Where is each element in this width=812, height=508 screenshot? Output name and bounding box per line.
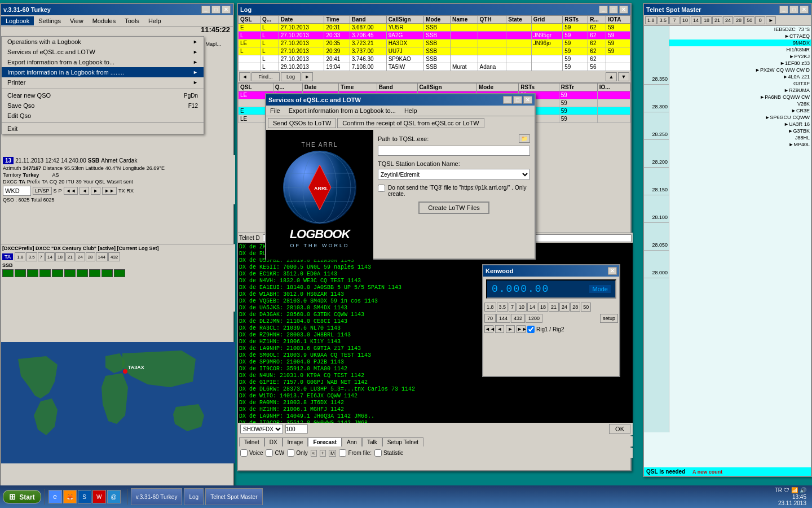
spot-band-1-8[interactable]: 1.8 <box>645 16 657 24</box>
ie-icon[interactable]: e <box>48 490 62 503</box>
menu-logbook[interactable]: Logbook <box>1 16 34 25</box>
spot-band-50[interactable]: 50 <box>744 16 754 24</box>
band-3-5[interactable]: 3.5 <box>26 252 37 261</box>
firefox-icon[interactable]: 🦊 <box>63 490 77 503</box>
kw-band-28[interactable]: 28 <box>570 303 580 312</box>
path-browse-btn[interactable]: 📁 <box>519 134 530 143</box>
band-7[interactable]: 7 <box>38 252 45 261</box>
next2-btn[interactable]: ► <box>91 187 100 195</box>
kw-next-btn[interactable]: ►► <box>517 325 526 333</box>
kw-setup-btn[interactable]: setup <box>600 314 618 323</box>
band-1-8[interactable]: 1.8 <box>15 252 25 261</box>
kw-next2-btn[interactable]: ► <box>506 325 515 333</box>
log-scroll-up[interactable]: ▲ <box>606 72 617 81</box>
send-qsos-btn[interactable]: Send QSOs to LoTW <box>268 118 336 128</box>
spot-band-21[interactable]: 21 <box>712 16 722 24</box>
menu-modules[interactable]: Modules <box>88 16 121 25</box>
from-file-checkbox[interactable] <box>339 449 346 457</box>
kenwood-close-btn[interactable]: ✕ <box>608 267 617 275</box>
eqsl-menu-export[interactable]: Export information from a Logbook to... <box>286 107 399 115</box>
dropdown-save-qso[interactable]: Save Qso F12 <box>2 100 204 111</box>
kw-band-144[interactable]: 144 <box>496 314 510 323</box>
fdx-value[interactable] <box>285 424 308 433</box>
show-fdx-select[interactable]: SHOW/FDX <box>240 424 283 434</box>
log-minimize-btn[interactable]: _ <box>599 6 608 14</box>
taskbar-log[interactable]: Log <box>184 488 204 505</box>
spot-band-24[interactable]: 24 <box>723 16 733 24</box>
word-icon[interactable]: W <box>92 490 106 503</box>
spot-band-18[interactable]: 18 <box>701 16 712 24</box>
tab-telnet[interactable]: Telnet <box>239 437 264 446</box>
kw-band-3-5[interactable]: 3.5 <box>497 303 509 312</box>
ok-button[interactable]: OK <box>609 424 630 434</box>
band-432[interactable]: 432 <box>108 252 120 261</box>
prev-btn[interactable]: ◄◄ <box>64 187 78 195</box>
kw-band-1200[interactable]: 1200 <box>526 314 542 323</box>
dropdown-export[interactable]: Export information from a Logbook to... … <box>2 57 204 67</box>
spot-close-btn[interactable]: ✕ <box>800 6 809 14</box>
dropdown-edit-qso[interactable]: Edit Qso <box>2 111 204 121</box>
eqsl-restore-btn[interactable]: □ <box>513 96 522 104</box>
filter-btn2[interactable]: + <box>320 450 326 457</box>
tab-talk[interactable]: Talk <box>362 437 382 446</box>
spot-minimize-btn[interactable]: _ <box>779 6 788 14</box>
kw-band-1-8[interactable]: 1.8 <box>484 303 496 312</box>
next-btn[interactable]: ►► <box>102 187 117 195</box>
eqsl-close-btn[interactable]: ✕ <box>523 96 532 104</box>
filter-btn3[interactable]: M <box>329 450 337 457</box>
spot-band-10[interactable]: 10 <box>680 16 690 24</box>
log-scroll-down[interactable]: ▼ <box>618 72 629 81</box>
taskbar-spot-master[interactable]: Telnet Spot Master <box>205 488 262 505</box>
kw-band-10[interactable]: 10 <box>517 303 527 312</box>
tab-forecast[interactable]: Forecast <box>308 437 342 446</box>
eqsl-minimize-btn[interactable]: _ <box>503 96 512 104</box>
tab-ann[interactable]: Ann <box>342 437 362 446</box>
band-24[interactable]: 24 <box>76 252 85 261</box>
filter-btn1[interactable]: ≈ <box>311 450 317 457</box>
log-nav-log[interactable]: Log <box>281 72 301 81</box>
taskbar-logbook[interactable]: v.3.31-60 Turkey <box>131 488 183 505</box>
cw-checkbox[interactable] <box>266 449 273 457</box>
dropdown-eqsl[interactable]: Services of eQSL.cc and LOTW ► <box>2 47 204 57</box>
spot-maximize-btn[interactable]: □ <box>789 6 798 14</box>
band-18[interactable]: 18 <box>55 252 65 261</box>
dropdown-import[interactable]: Import information in a Logbook from ...… <box>2 67 204 77</box>
path-input[interactable] <box>378 146 530 156</box>
menu-view[interactable]: View <box>65 16 88 25</box>
menu-tools[interactable]: Tools <box>120 16 144 25</box>
kw-band-14[interactable]: 14 <box>527 303 537 312</box>
band-28[interactable]: 28 <box>86 252 95 261</box>
log-maximize-btn[interactable]: □ <box>609 6 618 14</box>
tab-dx[interactable]: DX <box>264 437 283 446</box>
app-icon[interactable]: @ <box>107 490 121 503</box>
dropdown-clear-qso[interactable]: Clear new QSO PgDn <box>2 90 204 100</box>
only-checkbox[interactable] <box>287 449 294 457</box>
voice-checkbox[interactable] <box>240 449 248 457</box>
outlook-icon[interactable]: S <box>78 490 91 503</box>
maximize-btn[interactable]: □ <box>211 6 220 14</box>
kw-band-432[interactable]: 432 <box>511 314 525 323</box>
statistic-checkbox[interactable] <box>374 449 382 457</box>
spot-band-arrow[interactable]: ► <box>766 16 776 24</box>
dropdown-operations[interactable]: Operations with a Logbook ► <box>2 37 204 47</box>
spot-band-7[interactable]: 7 <box>669 16 679 24</box>
band-144[interactable]: 144 <box>96 252 108 261</box>
kw-band-18[interactable]: 18 <box>538 303 548 312</box>
start-button[interactable]: ⊞ Start <box>3 490 41 503</box>
spot-band-3-5[interactable]: 3.5 <box>657 16 669 24</box>
rig-checkbox[interactable] <box>527 326 535 333</box>
dropdown-printer[interactable]: Printer ► <box>2 77 204 87</box>
kw-band-21[interactable]: 21 <box>549 303 559 312</box>
close-btn[interactable]: ✕ <box>222 6 231 14</box>
kw-prev-btn[interactable]: ◄◄ <box>484 325 493 333</box>
dropdown-exit[interactable]: Exit <box>2 124 204 134</box>
wkd-input[interactable] <box>3 186 31 196</box>
menu-help[interactable]: Help <box>144 16 166 25</box>
menu-settings[interactable]: Settings <box>34 16 65 25</box>
lp-sp-btn[interactable]: LP/SP <box>33 187 52 195</box>
spot-band-14[interactable]: 14 <box>691 16 701 24</box>
log-nav-find[interactable]: Find... <box>251 72 280 81</box>
band-14[interactable]: 14 <box>45 252 55 261</box>
kw-band-24[interactable]: 24 <box>559 303 570 312</box>
log-nav-right[interactable]: ► <box>302 72 313 81</box>
